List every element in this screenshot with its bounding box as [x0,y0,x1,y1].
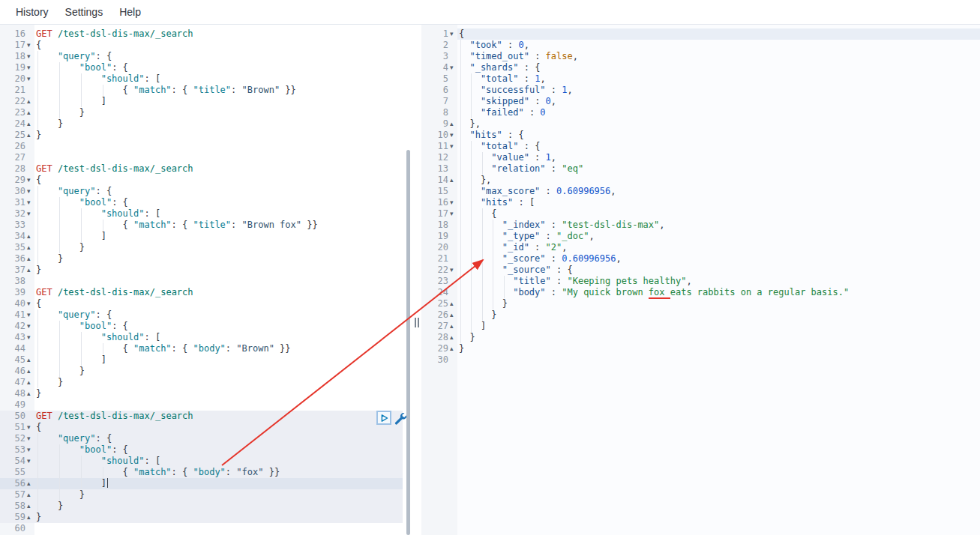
code-line[interactable]: 17▾{ [0,40,403,51]
fold-toggle-icon[interactable]: ▴ [25,130,34,141]
code-line[interactable]: 27 [0,152,403,163]
code-line[interactable]: 41▾"query": { [0,309,403,321]
code-line[interactable]: 49 [0,399,403,411]
code-line[interactable]: 34▴] [0,231,403,242]
editor-scrollbar-thumb[interactable] [406,150,410,535]
code-line[interactable]: 17▾{ [421,208,980,220]
fold-toggle-icon[interactable]: ▴ [25,489,34,501]
code-line[interactable]: 53▾"bool": { [0,444,403,456]
code-line[interactable]: 27▴] [421,321,980,332]
code-line[interactable]: 22▴] [0,96,403,107]
request-editor-panel[interactable]: 16GET /test-dsl-dis-max/_search17▾{18▾"q… [0,25,403,535]
code-line[interactable]: 39GET /test-dsl-dis-max/_search [0,287,403,298]
fold-toggle-icon[interactable]: ▴ [25,253,34,265]
code-line[interactable]: 38 [0,276,403,287]
code-line[interactable]: 5"total" : 1, [421,73,980,85]
code-line[interactable]: 47▴} [0,377,403,388]
code-line[interactable]: 11▾"total" : { [421,141,980,152]
code-line[interactable]: 51▾{ [0,422,403,433]
fold-toggle-icon[interactable]: ▾ [448,197,457,208]
fold-toggle-icon[interactable]: ▴ [25,354,34,366]
code-line[interactable]: 1▾{ [421,28,980,40]
menu-item-history[interactable]: History [7,6,57,18]
code-line[interactable]: 15"max_score" : 0.60996956, [421,186,980,197]
fold-toggle-icon[interactable]: ▾ [25,433,34,444]
code-line[interactable]: 3"timed_out" : false, [421,51,980,62]
code-line[interactable]: 26 [0,141,403,152]
code-line[interactable]: 25▴} [0,130,403,141]
code-line[interactable]: 48▴} [0,388,403,399]
fold-toggle-icon[interactable]: ▾ [25,444,34,456]
code-line[interactable]: 16GET /test-dsl-dis-max/_search [0,28,403,40]
fold-toggle-icon[interactable]: ▾ [25,186,34,197]
fold-toggle-icon[interactable]: ▾ [25,332,34,343]
code-line[interactable]: 42▾"bool": { [0,321,403,332]
code-line[interactable]: 40▾{ [0,298,403,309]
code-line[interactable]: 54▾"should": [ [0,456,403,467]
code-line[interactable]: 21"_score" : 0.60996956, [421,253,980,265]
code-line[interactable]: 6"successful" : 1, [421,85,980,96]
fold-toggle-icon[interactable]: ▾ [25,51,34,62]
code-line[interactable]: 57▴} [0,489,403,501]
code-line[interactable]: 16▾"hits" : [ [421,197,980,208]
fold-toggle-icon[interactable]: ▾ [25,309,34,321]
fold-toggle-icon[interactable]: ▴ [25,107,34,118]
panel-resize-handle[interactable] [413,318,421,327]
code-line[interactable]: 8"failed" : 0 [421,107,980,118]
fold-toggle-icon[interactable]: ▴ [448,298,457,309]
code-line[interactable]: 14▴}, [421,175,980,186]
fold-toggle-icon[interactable]: ▾ [25,62,34,73]
code-line[interactable]: 21{ "match": { "title": "Brown" }} [0,85,403,96]
code-line[interactable]: 22▾"_source" : { [421,265,980,276]
fold-toggle-icon[interactable]: ▾ [25,298,34,309]
code-line[interactable]: 50GET /test-dsl-dis-max/_search [0,411,403,422]
fold-toggle-icon[interactable]: ▾ [25,456,34,467]
code-line[interactable]: 28GET /test-dsl-dis-max/_search [0,163,403,175]
code-line[interactable]: 4▾"_shards" : { [421,62,980,73]
code-line[interactable]: 2"took" : 0, [421,40,980,51]
code-line[interactable]: 12"value" : 1, [421,152,980,163]
code-line[interactable]: 18"_index" : "test-dsl-dis-max", [421,220,980,231]
code-line[interactable]: 7"skipped" : 0, [421,96,980,107]
fold-toggle-icon[interactable]: ▴ [25,96,34,107]
code-line[interactable]: 26▴} [421,309,980,321]
code-line[interactable]: 19▾"bool": { [0,62,403,73]
fold-toggle-icon[interactable]: ▾ [25,40,34,51]
fold-toggle-icon[interactable]: ▴ [25,118,34,130]
code-line[interactable]: 52▾"query": { [0,433,403,444]
fold-toggle-icon[interactable]: ▴ [448,118,457,130]
fold-toggle-icon[interactable]: ▾ [448,141,457,152]
fold-toggle-icon[interactable]: ▾ [25,73,34,85]
code-line[interactable]: 30 [421,354,980,366]
code-line[interactable]: 37▴} [0,265,403,276]
code-line[interactable]: 30▾"query": { [0,186,403,197]
fold-toggle-icon[interactable]: ▴ [25,242,34,253]
menu-item-settings[interactable]: Settings [57,6,112,18]
fold-toggle-icon[interactable]: ▾ [448,62,457,73]
fold-toggle-icon[interactable]: ▴ [448,321,457,332]
code-line[interactable]: 35▴} [0,242,403,253]
code-line[interactable]: 24▴} [0,118,403,130]
fold-toggle-icon[interactable]: ▴ [448,175,457,186]
fold-toggle-icon[interactable]: ▾ [25,197,34,208]
code-line[interactable]: 36▴} [0,253,403,265]
fold-toggle-icon[interactable]: ▾ [25,422,34,433]
fold-toggle-icon[interactable]: ▾ [25,208,34,220]
fold-toggle-icon[interactable]: ▾ [448,130,457,141]
fold-toggle-icon[interactable]: ▴ [25,265,34,276]
fold-toggle-icon[interactable]: ▴ [25,512,34,523]
fold-toggle-icon[interactable]: ▴ [25,366,34,377]
fold-toggle-icon[interactable]: ▴ [448,332,457,343]
fold-toggle-icon[interactable]: ▾ [448,208,457,220]
code-line[interactable]: 33{ "match": { "title": "Brown fox" }} [0,220,403,231]
code-line[interactable]: 44{ "match": { "body": "Brown" }} [0,343,403,354]
code-line[interactable]: 18▾"query": { [0,51,403,62]
send-request-button[interactable] [376,411,391,425]
fold-toggle-icon[interactable]: ▾ [25,175,34,186]
code-line[interactable]: 24"body" : "My quick brown fox eats rabb… [421,287,980,298]
code-line[interactable]: 58▴} [0,501,403,512]
fold-toggle-icon[interactable]: ▾ [25,321,34,332]
code-line[interactable]: 20"_id" : "2", [421,242,980,253]
code-line[interactable]: 13"relation" : "eq" [421,163,980,175]
code-line[interactable]: 9▴}, [421,118,980,130]
